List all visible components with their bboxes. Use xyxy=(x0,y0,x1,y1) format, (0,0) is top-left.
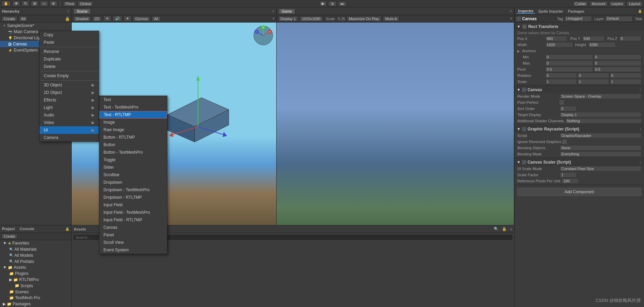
game-mute-btn[interactable]: Mute A xyxy=(383,16,399,22)
gr-enabled-cb[interactable]: ✓ xyxy=(522,127,526,131)
game-resolution-btn[interactable]: 1920x1080 xyxy=(299,16,323,22)
anchor-min-x[interactable]: 0 xyxy=(545,54,593,60)
pause-btn[interactable]: ⏸ xyxy=(328,1,337,6)
scripts-item[interactable]: 📁 Scripts xyxy=(0,283,71,289)
ui-sub-btn-rtltmp[interactable]: Button - RTLTMP xyxy=(99,134,167,141)
ui-sub-input-rtltmp[interactable]: Input Field - RTLTMP xyxy=(99,216,167,224)
play-btn[interactable]: ▶ xyxy=(319,1,327,6)
assets-more-icon[interactable]: ≡ xyxy=(510,227,512,231)
rot-x[interactable]: 0 xyxy=(545,73,577,78)
move-tool-btn[interactable]: ✥ xyxy=(12,1,20,6)
global-btn[interactable]: Global xyxy=(78,1,93,6)
scene-audio-btn[interactable]: 🔊 xyxy=(113,16,122,22)
ctx-camera[interactable]: Camera xyxy=(40,134,99,141)
ui-sub-canvas[interactable]: Canvas xyxy=(99,224,167,231)
scenes-item[interactable]: 📁 Scenes xyxy=(0,289,71,295)
ui-sub-dropdown[interactable]: Dropdown xyxy=(99,179,167,186)
textmesh-item[interactable]: 📁 TextMesh Pro xyxy=(0,295,71,301)
anchor-max-y[interactable]: 0 xyxy=(594,60,642,66)
pos-x-value[interactable]: 960 xyxy=(545,36,567,41)
pos-z-value[interactable]: 0 xyxy=(619,36,641,41)
add-component-btn[interactable]: Add Component xyxy=(517,188,641,196)
all-prefabs-item[interactable]: 🔍 All Prefabs xyxy=(0,259,71,265)
scale-tool-btn[interactable]: ⊞ xyxy=(31,1,39,6)
account-btn[interactable]: Account xyxy=(589,1,608,6)
height-value[interactable]: 1080 xyxy=(588,42,616,47)
project-create-btn[interactable]: Create xyxy=(1,234,17,239)
rot-z[interactable]: 0 xyxy=(610,73,641,78)
ui-sub-text[interactable]: Text xyxy=(99,96,167,103)
ui-sub-raw-image[interactable]: Raw Image xyxy=(99,126,167,134)
packages-tab[interactable]: Packages xyxy=(566,9,586,13)
ctx-2d-object[interactable]: 2D Object▶ xyxy=(40,89,99,96)
ctx-create-empty[interactable]: Create Empty xyxy=(40,72,99,80)
canvas-scaler-header[interactable]: ▼ ✓ Canvas Scaler (Script) ⋮ xyxy=(515,159,644,166)
tag-dropdown[interactable]: Untagged xyxy=(564,16,592,22)
ui-sub-input[interactable]: Input Field xyxy=(99,201,167,209)
canvas-more-icon[interactable]: ⋮ xyxy=(639,88,642,92)
object-enabled-checkbox[interactable]: ✓ xyxy=(517,17,521,21)
game-display-btn[interactable]: Display 1 xyxy=(278,16,298,22)
scene-all-btn[interactable]: All xyxy=(152,16,160,22)
canvas-enabled-cb[interactable]: ✓ xyxy=(522,88,526,92)
anchor-max-x[interactable]: 0 xyxy=(545,60,593,66)
collab-btn[interactable]: Collab xyxy=(573,1,588,6)
scene-fx-btn[interactable]: ✦ xyxy=(124,16,131,22)
pos-y-value[interactable]: 540 xyxy=(582,36,604,41)
render-mode-value[interactable]: Screen Space - Overlay xyxy=(560,94,641,99)
ui-sub-image[interactable]: Image xyxy=(99,118,167,126)
search-icon[interactable]: 🔍 xyxy=(494,227,499,231)
ui-sub-dropdown-tmp[interactable]: Dropdown - TextMeshPro xyxy=(99,186,167,194)
scale-z[interactable]: 1 xyxy=(610,79,641,84)
ctx-rename[interactable]: Rename xyxy=(40,48,99,55)
sort-order-value[interactable]: 0 xyxy=(560,106,577,111)
plugins-item[interactable]: 📁 Plugins xyxy=(0,270,71,277)
pivot-y[interactable]: 0.5 xyxy=(594,67,642,72)
ctx-effects[interactable]: Effects▶ xyxy=(40,96,99,104)
cs-more-icon[interactable]: ⋮ xyxy=(639,161,642,164)
scene-tab[interactable]: Scene xyxy=(74,9,90,14)
hand-tool-btn[interactable]: ✋ xyxy=(1,1,11,6)
target-display-value[interactable]: Display 1 xyxy=(560,112,641,117)
transform-tool-btn[interactable]: ⊕ xyxy=(50,1,57,6)
gr-ignore-cb[interactable]: ✓ xyxy=(562,140,566,144)
ui-sub-scrollbar[interactable]: Scrollbar xyxy=(99,171,167,179)
ui-sub-slider[interactable]: Slider xyxy=(99,164,167,171)
game-menu-icon[interactable]: ≡ xyxy=(510,9,512,13)
anchor-min-y[interactable]: 0 xyxy=(594,54,642,60)
ui-sub-text-tmp[interactable]: Text - TextMeshPro xyxy=(99,103,167,111)
canvas-section-header[interactable]: ▼ ✓ Canvas ⋮ xyxy=(515,86,644,93)
console-tab[interactable]: Console xyxy=(19,227,34,231)
ctx-delete[interactable]: Delete xyxy=(40,63,99,70)
all-models-item[interactable]: 🔍 All Models xyxy=(0,252,71,259)
all-materials-item[interactable]: 🔍 All Materials xyxy=(0,246,71,252)
step-btn[interactable]: ⏭ xyxy=(338,1,347,6)
ctx-3d-object[interactable]: 3D Object▶ xyxy=(40,81,99,89)
pivot-btn[interactable]: Pivot xyxy=(63,1,76,6)
ui-sub-panel[interactable]: Panel xyxy=(99,231,167,239)
layer-dropdown[interactable]: Default xyxy=(605,16,632,22)
graphic-raycaster-header[interactable]: ▼ ✓ Graphic Raycaster (Script) ⋮ xyxy=(515,126,644,132)
ui-sub-input-tmp[interactable]: Input Field - TextMeshPro xyxy=(99,209,167,216)
ctx-ui[interactable]: UI▶ xyxy=(40,126,99,134)
scene-gizmos-btn[interactable]: Gizmos xyxy=(133,16,150,22)
scene-menu-icon[interactable]: ≡ xyxy=(272,9,274,13)
assets-lock-icon[interactable]: 🔒 xyxy=(502,227,507,231)
assets-item[interactable]: ▼ 📁 Assets xyxy=(0,265,71,271)
ui-sub-btn[interactable]: Button xyxy=(99,141,167,149)
scene-2d-btn[interactable]: 2D xyxy=(92,16,102,22)
scale-x[interactable]: 1 xyxy=(545,79,577,84)
ctx-video[interactable]: Video▶ xyxy=(40,119,99,126)
scene-name-item[interactable]: ▼ SampleScene* xyxy=(0,23,71,29)
shader-channels-value[interactable]: Nothing xyxy=(565,118,641,124)
rot-y[interactable]: 0 xyxy=(577,73,609,78)
hierarchy-lock-icon[interactable]: 🔒 xyxy=(65,16,70,21)
gr-blocking-obj-value[interactable]: None xyxy=(560,145,641,151)
rotate-tool-btn[interactable]: ↻ xyxy=(22,1,29,6)
ctx-copy[interactable]: Copy xyxy=(40,31,99,39)
layers-btn[interactable]: Layers xyxy=(609,1,625,6)
inspector-lock-icon[interactable]: 🔒 xyxy=(638,9,642,13)
ui-sub-text-rtltmp[interactable]: Text - RTLTMP xyxy=(99,111,167,118)
game-maximize-btn[interactable]: Maximize On Play xyxy=(347,16,382,22)
favorites-item[interactable]: ▼ ★ Favorites xyxy=(0,240,71,246)
